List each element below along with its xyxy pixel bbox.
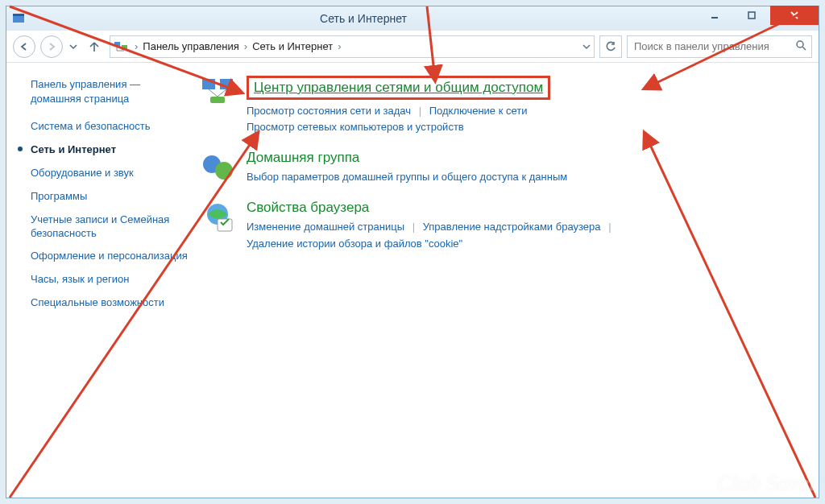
svg-line-5 (791, 12, 798, 19)
link-change-homepage[interactable]: Изменение домашней страницы (247, 221, 404, 233)
svg-line-16 (218, 89, 226, 97)
internet-options-icon (200, 200, 235, 235)
watermark: Club Sovet (717, 470, 815, 496)
arrow-left-icon (19, 41, 30, 52)
link-internet-options[interactable]: Свойства браузера (247, 200, 369, 216)
link-delete-browsing-history[interactable]: Удаление истории обзора и файлов "cookie… (247, 238, 462, 250)
search-icon[interactable] (795, 39, 806, 53)
sidebar: Панель управления — домашняя страница Си… (6, 63, 200, 498)
maximize-button[interactable] (733, 6, 770, 25)
titlebar: Сеть и Интернет (6, 6, 819, 31)
navbar: › Панель управления › Сеть и Интернет › (6, 31, 819, 63)
svg-rect-14 (210, 97, 225, 103)
address-dropdown-icon[interactable] (582, 43, 591, 51)
sidebar-item-clock-language-region[interactable]: Часы, язык и регион (31, 268, 192, 291)
link-view-network-devices[interactable]: Просмотр сетевых компьютеров и устройств (247, 121, 464, 133)
svg-rect-12 (202, 79, 215, 89)
sidebar-item-hardware-sound[interactable]: Оборудование и звук (31, 162, 192, 185)
chevron-down-icon (69, 43, 77, 51)
sidebar-home-l1: Панель управления — (31, 78, 140, 90)
homegroup-icon (200, 150, 235, 185)
svg-line-15 (209, 89, 218, 97)
link-manage-addons[interactable]: Управление надстройками браузера (423, 221, 601, 233)
link-homegroup[interactable]: Домашняя группа (247, 150, 359, 166)
sidebar-item-appearance[interactable]: Оформление и персонализация (31, 245, 192, 268)
breadcrumb-network-internet[interactable]: Сеть и Интернет (249, 40, 336, 52)
arrow-up-icon (88, 40, 101, 53)
link-connect-to-network[interactable]: Подключение к сети (429, 105, 528, 117)
nav-history-dropdown[interactable] (68, 43, 79, 51)
svg-rect-13 (220, 79, 233, 89)
category-homegroup: Домашняя группа Выбор параметров домашне… (200, 150, 786, 185)
crumb-chevron-icon[interactable]: › (336, 40, 342, 52)
control-panel-window: Сеть и Интернет (6, 6, 819, 498)
network-sharing-icon (200, 76, 235, 111)
category-internet-options: Свойства браузера Изменение домашней стр… (200, 200, 786, 251)
address-bar[interactable]: › Панель управления › Сеть и Интернет › (110, 35, 595, 58)
svg-point-10 (797, 41, 803, 48)
category-network-sharing-center: Центр управления сетями и общим доступом… (200, 76, 786, 135)
svg-rect-1 (13, 14, 24, 16)
breadcrumb-control-panel[interactable]: Панель управления (139, 40, 242, 52)
minimize-button[interactable] (696, 6, 733, 25)
search-input[interactable] (632, 39, 795, 53)
crumb-chevron-icon[interactable]: › (133, 40, 139, 52)
sidebar-home-l2: домашняя страница (31, 93, 129, 105)
svg-rect-20 (218, 219, 232, 231)
link-homegroup-settings[interactable]: Выбор параметров домашней группы и общег… (247, 171, 567, 183)
svg-rect-6 (114, 42, 120, 47)
sidebar-item-accounts-family[interactable]: Учетные записи и Семейная безопасность (31, 209, 192, 246)
sidebar-item-accessibility[interactable]: Специальные возможности (31, 291, 192, 315)
svg-rect-3 (748, 12, 755, 19)
sidebar-home-link[interactable]: Панель управления — домашняя страница (31, 77, 192, 105)
svg-rect-7 (122, 45, 127, 50)
network-location-icon (114, 39, 128, 54)
window-system-icon (11, 11, 26, 26)
link-view-network-status[interactable]: Просмотр состояния сети и задач (247, 105, 411, 117)
nav-forward-button[interactable] (40, 35, 63, 58)
link-network-sharing-center[interactable]: Центр управления сетями и общим доступом (247, 76, 550, 100)
sidebar-item-programs[interactable]: Программы (31, 185, 192, 209)
nav-up-button[interactable] (84, 36, 105, 57)
sidebar-item-system-security[interactable]: Система и безопасность (31, 115, 192, 138)
nav-back-button[interactable] (13, 35, 35, 58)
svg-line-11 (802, 47, 806, 50)
sidebar-item-network-internet[interactable]: Сеть и Интернет (31, 138, 192, 162)
arrow-right-icon (46, 41, 57, 52)
svg-point-18 (215, 162, 233, 180)
svg-line-4 (791, 12, 798, 19)
search-box[interactable] (627, 35, 812, 58)
window-title: Сеть и Интернет (31, 12, 696, 25)
refresh-button[interactable] (599, 35, 622, 58)
close-button[interactable] (770, 6, 819, 25)
main-panel: Центр управления сетями и общим доступом… (200, 63, 819, 498)
crumb-chevron-icon[interactable]: › (243, 40, 249, 52)
refresh-icon (605, 41, 616, 52)
